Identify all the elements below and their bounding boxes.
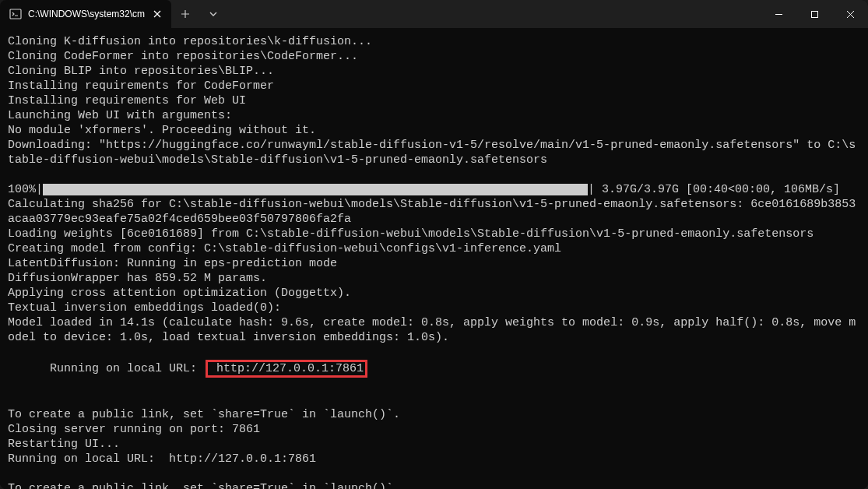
terminal-line: Cloning K-diffusion into repositories\k-… [8, 34, 862, 49]
tab-dropdown-button[interactable] [199, 0, 227, 28]
terminal-line: Cloning BLIP into repositories\BLIP... [8, 64, 862, 79]
terminal-line: Creating model from config: C:\stable-di… [8, 241, 862, 256]
terminal-line: To create a public link, set `share=True… [8, 481, 862, 489]
terminal-icon [9, 8, 22, 20]
terminal-line: LatentDiffusion: Running in eps-predicti… [8, 256, 862, 271]
terminal-line: Calculating sha256 for C:\stable-diffusi… [8, 197, 862, 227]
minimize-button[interactable] [761, 0, 796, 28]
titlebar: C:\WINDOWS\system32\cm [0, 0, 868, 28]
terminal-line: Launching Web UI with arguments: [8, 108, 862, 123]
local-url-prefix: Running on local URL: [50, 362, 204, 375]
close-window-button[interactable] [832, 0, 868, 28]
terminal-line: Restarting UI... [8, 437, 862, 452]
tab-title: C:\WINDOWS\system32\cm [28, 9, 145, 19]
maximize-button[interactable] [796, 0, 832, 28]
terminal-line: Downloading: "https://huggingface.co/run… [8, 138, 862, 167]
progress-percent: 100% [8, 182, 36, 197]
terminal-line: Cloning CodeFormer into repositories\Cod… [8, 49, 862, 64]
titlebar-drag-area[interactable] [227, 0, 761, 28]
terminal-line: To create a public link, set `share=True… [8, 407, 862, 422]
svg-rect-7 [811, 11, 817, 17]
terminal-line: Running on local URL: http://127.0.0.1:7… [8, 452, 862, 466]
progress-line: 100%|| 3.97G/3.97G [00:40<00:00, 106MB/s… [8, 182, 862, 197]
tab-active[interactable]: C:\WINDOWS\system32\cm [0, 0, 171, 28]
terminal-window: C:\WINDOWS\system32\cm Cloning K-diffusi… [0, 0, 868, 489]
local-url-highlight: http://127.0.0.1:7861 [206, 360, 367, 378]
terminal-line: Installing requirements for CodeFormer [8, 79, 862, 93]
terminal-line: Closing server running on port: 7861 [8, 422, 862, 437]
tab-close-button[interactable] [151, 8, 163, 20]
terminal-line: Applying cross attention optimization (D… [8, 286, 862, 301]
terminal-line: DiffusionWrapper has 859.52 M params. [8, 271, 862, 286]
new-tab-button[interactable] [171, 0, 199, 28]
local-url-line: Running on local URL: http://127.0.0.1:7… [8, 345, 862, 392]
terminal-output[interactable]: Cloning K-diffusion into repositories\k-… [0, 28, 868, 489]
terminal-line: Textual inversion embeddings loaded(0): [8, 301, 862, 315]
terminal-line: Loading weights [6ce0161689] from C:\sta… [8, 227, 862, 241]
terminal-line: Installing requirements for Web UI [8, 93, 862, 108]
svg-rect-0 [10, 9, 21, 19]
progress-bar-fill [43, 184, 588, 195]
terminal-line: Model loaded in 14.1s (calculate hash: 9… [8, 315, 862, 345]
progress-stats: | 3.97G/3.97G [00:40<00:00, 106MB/s] [588, 182, 840, 197]
terminal-line: No module 'xformers'. Proceeding without… [8, 123, 862, 138]
